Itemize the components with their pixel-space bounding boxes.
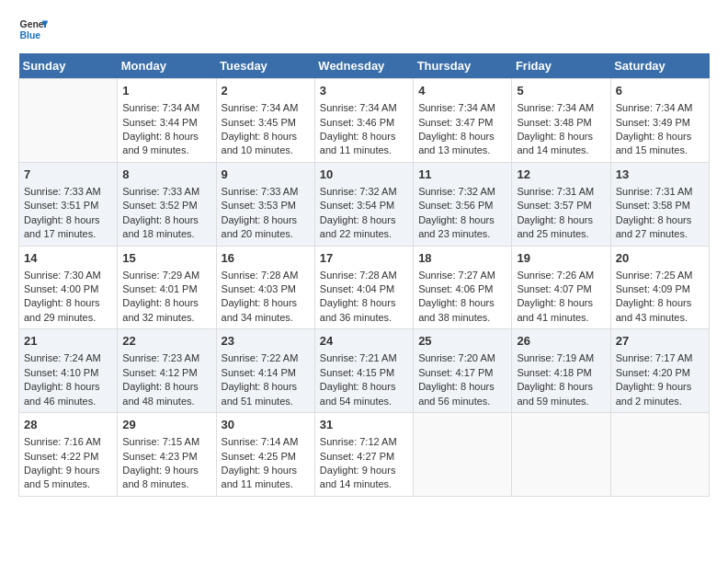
- sunrise-text: Sunrise: 7:26 AM: [517, 270, 594, 281]
- daylight-text: Daylight: 9 hours and 8 minutes.: [122, 465, 199, 489]
- calendar-cell: 10Sunrise: 7:32 AMSunset: 3:54 PMDayligh…: [314, 162, 413, 246]
- sunset-text: Sunset: 4:01 PM: [122, 283, 197, 294]
- day-number: 31: [320, 417, 408, 433]
- calendar-cell: 11Sunrise: 7:32 AMSunset: 3:56 PMDayligh…: [414, 162, 512, 246]
- day-number: 10: [320, 167, 408, 183]
- sunset-text: Sunset: 3:45 PM: [222, 117, 296, 128]
- logo: General Blue: [18, 15, 48, 44]
- calendar-cell: 4Sunrise: 7:34 AMSunset: 3:47 PMDaylight…: [414, 79, 512, 163]
- day-number: 12: [517, 167, 605, 183]
- calendar-cell: 31Sunrise: 7:12 AMSunset: 4:27 PMDayligh…: [314, 413, 413, 497]
- calendar-table: SundayMondayTuesdayWednesdayThursdayFrid…: [18, 53, 710, 497]
- day-number: 16: [222, 250, 310, 267]
- sunset-text: Sunset: 4:15 PM: [320, 367, 394, 378]
- calendar-cell: 29Sunrise: 7:15 AMSunset: 4:23 PMDayligh…: [118, 413, 216, 497]
- calendar-cell: 26Sunrise: 7:19 AMSunset: 4:18 PMDayligh…: [512, 329, 610, 413]
- daylight-text: Daylight: 8 hours and 36 minutes.: [320, 297, 396, 322]
- sunset-text: Sunset: 4:04 PM: [320, 283, 394, 294]
- calendar-header-friday: Friday: [512, 53, 610, 79]
- svg-text:Blue: Blue: [20, 30, 41, 40]
- calendar-cell: 25Sunrise: 7:20 AMSunset: 4:17 PMDayligh…: [414, 329, 512, 413]
- daylight-text: Daylight: 8 hours and 54 minutes.: [320, 381, 396, 406]
- daylight-text: Daylight: 8 hours and 18 minutes.: [122, 214, 199, 239]
- sunset-text: Sunset: 4:23 PM: [122, 451, 197, 462]
- sunrise-text: Sunrise: 7:34 AM: [320, 102, 397, 113]
- sunrise-text: Sunrise: 7:30 AM: [24, 270, 101, 281]
- daylight-text: Daylight: 8 hours and 23 minutes.: [418, 214, 495, 239]
- header: General Blue: [18, 15, 710, 44]
- sunset-text: Sunset: 3:51 PM: [24, 200, 98, 211]
- calendar-cell: 19Sunrise: 7:26 AMSunset: 4:07 PMDayligh…: [512, 246, 610, 329]
- calendar-cell: 30Sunrise: 7:14 AMSunset: 4:25 PMDayligh…: [216, 413, 314, 497]
- daylight-text: Daylight: 8 hours and 59 minutes.: [517, 381, 593, 406]
- sunset-text: Sunset: 3:52 PM: [122, 200, 197, 211]
- sunset-text: Sunset: 4:25 PM: [222, 451, 296, 462]
- day-number: 3: [320, 83, 408, 99]
- sunrise-text: Sunrise: 7:34 AM: [222, 102, 299, 113]
- sunset-text: Sunset: 3:49 PM: [616, 117, 690, 128]
- calendar-cell: 9Sunrise: 7:33 AMSunset: 3:53 PMDaylight…: [216, 162, 314, 246]
- calendar-header-row: SundayMondayTuesdayWednesdayThursdayFrid…: [19, 53, 710, 79]
- daylight-text: Daylight: 8 hours and 13 minutes.: [418, 131, 495, 155]
- day-number: 2: [222, 83, 310, 99]
- daylight-text: Daylight: 8 hours and 29 minutes.: [24, 297, 100, 322]
- sunset-text: Sunset: 4:03 PM: [222, 283, 296, 294]
- sunrise-text: Sunrise: 7:28 AM: [222, 270, 299, 281]
- day-number: 29: [122, 417, 210, 433]
- calendar-cell: 16Sunrise: 7:28 AMSunset: 4:03 PMDayligh…: [216, 246, 314, 329]
- sunset-text: Sunset: 3:48 PM: [517, 117, 591, 128]
- day-number: 28: [24, 417, 112, 433]
- day-number: 23: [222, 333, 310, 350]
- day-number: 1: [122, 83, 210, 99]
- daylight-text: Daylight: 8 hours and 27 minutes.: [616, 214, 692, 239]
- daylight-text: Daylight: 9 hours and 5 minutes.: [24, 465, 100, 489]
- sunset-text: Sunset: 4:27 PM: [320, 451, 394, 462]
- daylight-text: Daylight: 8 hours and 48 minutes.: [122, 381, 199, 406]
- calendar-cell: 28Sunrise: 7:16 AMSunset: 4:22 PMDayligh…: [19, 413, 118, 497]
- daylight-text: Daylight: 8 hours and 43 minutes.: [616, 297, 692, 322]
- day-number: 25: [418, 333, 506, 350]
- daylight-text: Daylight: 8 hours and 32 minutes.: [122, 297, 199, 322]
- sunset-text: Sunset: 3:54 PM: [320, 200, 394, 211]
- sunset-text: Sunset: 4:12 PM: [122, 367, 197, 378]
- sunrise-text: Sunrise: 7:31 AM: [616, 186, 693, 197]
- calendar-week-row: 1Sunrise: 7:34 AMSunset: 3:44 PMDaylight…: [19, 79, 710, 163]
- sunrise-text: Sunrise: 7:20 AM: [418, 352, 495, 363]
- calendar-cell: 3Sunrise: 7:34 AMSunset: 3:46 PMDaylight…: [314, 79, 413, 163]
- daylight-text: Daylight: 8 hours and 46 minutes.: [24, 381, 100, 406]
- sunset-text: Sunset: 4:00 PM: [24, 283, 98, 294]
- sunrise-text: Sunrise: 7:29 AM: [122, 270, 199, 281]
- daylight-text: Daylight: 8 hours and 15 minutes.: [616, 131, 692, 155]
- daylight-text: Daylight: 8 hours and 22 minutes.: [320, 214, 396, 239]
- daylight-text: Daylight: 8 hours and 38 minutes.: [418, 297, 495, 322]
- daylight-text: Daylight: 8 hours and 34 minutes.: [222, 297, 298, 322]
- daylight-text: Daylight: 8 hours and 9 minutes.: [122, 131, 199, 155]
- daylight-text: Daylight: 8 hours and 41 minutes.: [517, 297, 593, 322]
- calendar-header-monday: Monday: [118, 53, 216, 79]
- day-number: 17: [320, 250, 408, 267]
- calendar-cell: 14Sunrise: 7:30 AMSunset: 4:00 PMDayligh…: [19, 246, 118, 329]
- daylight-text: Daylight: 8 hours and 17 minutes.: [24, 214, 100, 239]
- calendar-cell: [512, 413, 610, 497]
- day-number: 24: [320, 333, 408, 350]
- calendar-cell: 18Sunrise: 7:27 AMSunset: 4:06 PMDayligh…: [414, 246, 512, 329]
- sunset-text: Sunset: 3:57 PM: [517, 200, 591, 211]
- sunset-text: Sunset: 3:56 PM: [418, 200, 493, 211]
- calendar-week-row: 14Sunrise: 7:30 AMSunset: 4:00 PMDayligh…: [19, 246, 710, 329]
- sunset-text: Sunset: 4:14 PM: [222, 367, 296, 378]
- daylight-text: Daylight: 8 hours and 51 minutes.: [222, 381, 298, 406]
- sunset-text: Sunset: 3:47 PM: [418, 117, 493, 128]
- calendar-cell: [610, 413, 709, 497]
- daylight-text: Daylight: 9 hours and 11 minutes.: [222, 465, 298, 489]
- calendar-cell: 6Sunrise: 7:34 AMSunset: 3:49 PMDaylight…: [610, 79, 709, 163]
- day-number: 22: [122, 333, 210, 350]
- daylight-text: Daylight: 8 hours and 14 minutes.: [517, 131, 593, 155]
- sunrise-text: Sunrise: 7:12 AM: [320, 436, 397, 447]
- day-number: 13: [616, 167, 704, 183]
- sunrise-text: Sunrise: 7:34 AM: [517, 102, 594, 113]
- calendar-cell: 2Sunrise: 7:34 AMSunset: 3:45 PMDaylight…: [216, 79, 314, 163]
- sunset-text: Sunset: 4:06 PM: [418, 283, 493, 294]
- day-number: 5: [517, 83, 605, 99]
- day-number: 7: [24, 167, 112, 183]
- sunrise-text: Sunrise: 7:28 AM: [320, 270, 397, 281]
